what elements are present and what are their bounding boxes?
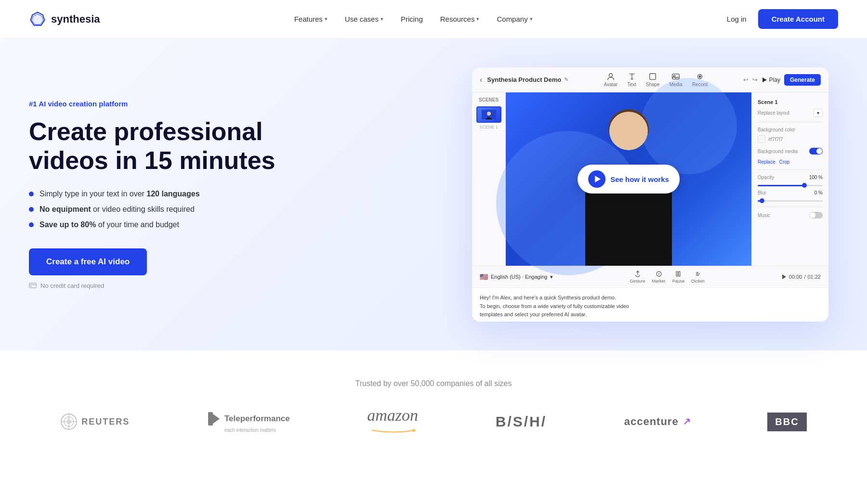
logo-icon (29, 11, 46, 28)
login-button[interactable]: Log in (727, 15, 747, 23)
flag-icon: 🇺🇸 (480, 273, 488, 281)
generate-button[interactable]: Generate (784, 74, 821, 86)
panel-divider-3 (758, 207, 823, 207)
see-how-button[interactable]: See how it works (578, 165, 680, 194)
panel-blur-value: 0 % (814, 190, 823, 195)
chevron-down-icon: ▾ (381, 16, 383, 22)
accenture-label: accenture (624, 415, 679, 428)
logo[interactable]: synthesia (29, 11, 100, 28)
logo-text: synthesia (51, 13, 100, 26)
panel-music-toggle[interactable] (809, 212, 823, 219)
diction-control[interactable]: Diction (691, 270, 705, 284)
logo-amazon: amazon (367, 407, 418, 436)
hero-left: #1 AI video creation platform Create pro… (29, 100, 279, 289)
demo-canvas: See how it works (506, 92, 751, 266)
bullet-3: Save up to 80% of your time and budget (29, 220, 279, 229)
panel-music-label: Music (758, 213, 770, 218)
svg-rect-4 (650, 74, 656, 80)
hero-tag: #1 AI video creation platform (29, 100, 279, 108)
panel-bg-media-label: Background media (758, 149, 798, 154)
color-swatch[interactable] (758, 135, 765, 143)
logo-bsh: B/S/H/ (496, 414, 547, 430)
svg-rect-15 (679, 271, 680, 276)
panel-opacity-row: Opacity 100 % (758, 175, 823, 186)
cta-button[interactable]: Create a free AI video (29, 248, 147, 275)
scene-thumbnail (476, 106, 501, 123)
panel-replace-crop-row: Replace Crop (758, 159, 823, 165)
redo-button[interactable]: ↪ (752, 76, 758, 83)
demo-controls-center: Gesture Marker Pause Diction (630, 270, 705, 284)
demo-language-selector[interactable]: 🇺🇸 English (US) · Engaging ▾ (480, 273, 553, 281)
svg-point-11 (487, 112, 491, 116)
no-credit-card-notice: No credit card required (29, 282, 279, 289)
play-button[interactable]: Play (762, 77, 780, 83)
bbc-label: BBC (767, 413, 806, 431)
svg-rect-0 (29, 283, 36, 288)
tool-text[interactable]: Text (627, 72, 636, 87)
panel-blur-slider[interactable] (758, 200, 823, 202)
hero-title: Create professional videos in 15 minutes (29, 117, 279, 175)
logos-row: REUTERS Teleperformance each interaction… (29, 407, 838, 436)
time-current: 00:00 (789, 274, 802, 280)
nav-resources[interactable]: Resources ▾ (440, 15, 480, 23)
nav-company[interactable]: Company ▾ (497, 15, 532, 23)
create-account-button[interactable]: Create Account (758, 9, 838, 29)
nav-features[interactable]: Features ▾ (294, 15, 328, 23)
panel-scene-title: Scene 1 (758, 99, 823, 105)
chevron-down-icon: ▾ (325, 16, 328, 22)
svg-marker-9 (762, 78, 767, 82)
teleperformance-label: Teleperformance (224, 414, 290, 424)
panel-replace-button[interactable]: Replace (758, 159, 775, 165)
demo-main: Scenes SCENE 1 (472, 92, 828, 266)
pause-control[interactable]: Pause (672, 270, 685, 284)
logo-accenture: accenture (624, 415, 690, 428)
undo-button[interactable]: ↩ (743, 76, 749, 83)
person-head (609, 112, 648, 150)
trusted-section: Trusted by over 50,000 companies of all … (0, 350, 867, 460)
svg-rect-2 (30, 286, 31, 287)
demo-topbar: ‹ Synthesia Product Demo ✎ Avatar Text (472, 67, 828, 92)
color-value: #f7f7f7 (768, 137, 783, 142)
svg-rect-14 (676, 271, 678, 276)
hero-bullets: Simply type in your text in over 120 lan… (29, 190, 279, 229)
demo-bottom-controls: 🇺🇸 English (US) · Engaging ▾ Gesture Mar… (472, 266, 828, 288)
nav-use-cases[interactable]: Use cases ▾ (345, 15, 383, 23)
panel-crop-button[interactable]: Crop (779, 159, 790, 165)
bullet-1: Simply type in your text in over 120 lan… (29, 190, 279, 198)
demo-back-button[interactable]: ‹ (480, 76, 482, 84)
tool-shape[interactable]: Shape (646, 72, 660, 87)
amazon-arrow (369, 427, 418, 434)
panel-divider-2 (758, 169, 823, 170)
panel-divider-1 (758, 122, 823, 122)
panel-opacity-slider[interactable] (758, 185, 823, 186)
panel-replace-layout-row: Replace layout ▾ (758, 109, 823, 117)
tool-avatar[interactable]: Avatar (604, 72, 618, 87)
chevron-down-icon: ▾ (476, 16, 479, 22)
gesture-control[interactable]: Gesture (630, 270, 645, 284)
svg-point-3 (609, 74, 612, 77)
panel-music-row: Music (758, 212, 823, 219)
logo-teleperformance: Teleperformance each interaction matters (207, 411, 290, 433)
bullet-dot-icon (29, 222, 34, 227)
demo-script-area: Hey! I'm Alex, and here's a quick Synthe… (472, 288, 828, 322)
panel-replace-layout-select[interactable]: ▾ (814, 109, 823, 117)
scene-number: SCENE 1 (476, 125, 501, 129)
reuters-label: REUTERS (81, 417, 130, 427)
bullet-2: No equipment or video editing skills req… (29, 205, 279, 214)
scene-item[interactable]: SCENE 1 (476, 106, 501, 129)
panel-opacity-value: 100 % (809, 175, 823, 180)
trusted-text: Trusted by over 50,000 companies of all … (29, 379, 838, 388)
play-circle-icon (588, 170, 605, 188)
panel-bg-media-toggle[interactable] (809, 148, 823, 155)
nav-pricing[interactable]: Pricing (401, 15, 423, 23)
demo-topbar-right: ↩ ↪ Play Generate (743, 74, 821, 86)
panel-replace-layout-label: Replace layout (758, 110, 789, 116)
nav-links: Features ▾ Use cases ▾ Pricing Resources… (294, 15, 533, 23)
marker-control[interactable]: Marker (652, 270, 666, 284)
time-total: 01:22 (807, 274, 821, 280)
logo-reuters: REUTERS (60, 413, 130, 430)
edit-icon: ✎ (564, 77, 568, 83)
panel-bg-color-row: #f7f7f7 (758, 135, 823, 143)
accenture-arrow-icon (683, 418, 690, 425)
demo-container: ‹ Synthesia Product Demo ✎ Avatar Text (472, 67, 828, 322)
